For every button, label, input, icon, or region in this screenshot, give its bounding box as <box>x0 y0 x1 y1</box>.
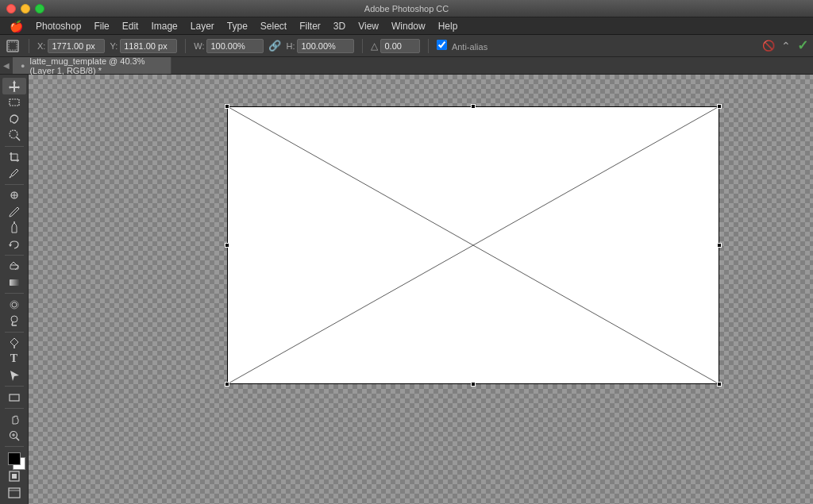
menu-type[interactable]: Type <box>221 19 254 33</box>
handle-middle-right[interactable] <box>717 243 722 248</box>
y-label: Y: <box>110 41 118 51</box>
minimize-button[interactable] <box>21 4 30 13</box>
eyedropper-tool[interactable] <box>2 165 26 182</box>
w-input[interactable] <box>206 39 264 53</box>
y-field: Y: <box>110 39 177 53</box>
zoom-tool[interactable] <box>2 427 26 444</box>
svg-rect-1 <box>9 42 17 50</box>
svg-marker-24 <box>10 371 19 381</box>
svg-rect-32 <box>9 488 20 498</box>
type-tool[interactable]: T <box>2 351 26 367</box>
tool-separator-3 <box>5 255 24 256</box>
screen-mode-btn[interactable] <box>2 484 26 501</box>
foreground-color-swatch[interactable] <box>8 452 21 465</box>
path-selection-tool[interactable] <box>2 367 26 384</box>
history-brush-tool[interactable] <box>2 237 26 253</box>
svg-marker-15 <box>9 244 12 247</box>
handle-top-right[interactable] <box>717 104 722 109</box>
x-field: X: <box>37 39 105 53</box>
tool-separator-5 <box>5 332 24 333</box>
document-white <box>227 106 719 384</box>
quick-select-tool[interactable] <box>2 127 26 144</box>
window-controls[interactable] <box>6 4 44 13</box>
anti-alias-checkbox[interactable] <box>437 40 447 50</box>
menu-photoshop[interactable]: Photoshop <box>29 19 87 33</box>
tool-separator-2 <box>5 184 24 185</box>
handle-top-center[interactable] <box>471 104 476 109</box>
apple-menu[interactable]: 🍎 <box>3 18 29 34</box>
menu-filter[interactable]: Filter <box>293 19 327 33</box>
menu-edit[interactable]: Edit <box>116 19 145 33</box>
angle-icon: △ <box>371 40 378 52</box>
link-wh-icon[interactable]: 🔗 <box>268 40 281 52</box>
transform-options-icon[interactable] <box>5 38 21 54</box>
x-label: X: <box>37 41 45 51</box>
options-bar: X: Y: W: 🔗 H: △ Anti-alias 🚫 ⌃ ✓ <box>0 35 813 57</box>
angle-input[interactable] <box>380 39 420 53</box>
tab-close-area: ◀ <box>0 57 13 74</box>
handle-top-left[interactable] <box>225 104 229 109</box>
menu-3d[interactable]: 3D <box>327 19 352 33</box>
menu-image[interactable]: Image <box>144 19 183 33</box>
menu-select[interactable]: Select <box>254 19 293 33</box>
clone-stamp-tool[interactable] <box>2 220 26 237</box>
tool-separator-7 <box>5 408 24 409</box>
tool-separator-8 <box>5 446 24 447</box>
tool-separator-4 <box>5 293 24 294</box>
healing-brush-tool[interactable] <box>2 187 26 204</box>
brush-tool[interactable] <box>2 203 26 220</box>
maximize-button[interactable] <box>35 4 44 13</box>
menu-help[interactable]: Help <box>432 19 464 33</box>
angle-field: △ <box>371 39 420 53</box>
tab-document[interactable]: ● latte_mug_template @ 40.3% (Layer 1, R… <box>13 57 171 74</box>
options-right: 🚫 ⌃ ✓ <box>762 37 808 54</box>
gradient-tool[interactable] <box>2 275 26 291</box>
close-button[interactable] <box>6 4 16 13</box>
menu-window[interactable]: Window <box>385 19 432 33</box>
menu-bar: 🍎 Photoshop File Edit Image Layer Type S… <box>0 17 813 35</box>
confirm-icon[interactable]: ✓ <box>797 37 808 54</box>
marquee-tool[interactable] <box>2 94 26 111</box>
tab-title: latte_mug_template @ 40.3% (Layer 1, RGB… <box>29 56 163 75</box>
handle-bottom-center[interactable] <box>471 382 476 387</box>
svg-point-20 <box>11 316 17 322</box>
y-input[interactable] <box>120 39 177 53</box>
svg-point-19 <box>12 302 17 307</box>
shape-tool[interactable] <box>2 389 26 406</box>
tool-separator-6 <box>5 386 24 387</box>
h-input[interactable] <box>297 39 354 53</box>
dodge-tool[interactable] <box>2 313 26 329</box>
standard-mode-btn[interactable] <box>2 468 26 485</box>
color-swatch[interactable] <box>2 449 26 468</box>
crop-tool[interactable] <box>2 148 26 165</box>
canvas-area[interactable] <box>29 75 813 504</box>
no-icon[interactable]: 🚫 <box>762 40 775 52</box>
window-title: Adobe Photoshop CC <box>364 4 449 13</box>
tab-arrow-left[interactable]: ◀ <box>3 61 10 70</box>
hand-tool[interactable] <box>2 411 26 428</box>
menu-layer[interactable]: Layer <box>184 19 221 33</box>
svg-line-27 <box>16 437 19 441</box>
handle-bottom-left[interactable] <box>225 382 229 387</box>
tab-modified-dot: ● <box>21 62 25 70</box>
svg-rect-31 <box>12 474 17 479</box>
warp-icon[interactable]: ⌃ <box>781 40 791 52</box>
svg-point-4 <box>10 130 17 138</box>
eraser-tool[interactable] <box>2 258 26 275</box>
pen-tool[interactable] <box>2 334 26 351</box>
title-bar: Adobe Photoshop CC <box>0 0 813 17</box>
lasso-tool[interactable] <box>2 110 26 127</box>
tool-separator-1 <box>5 146 24 147</box>
workspace: T <box>0 75 813 504</box>
menu-file[interactable]: File <box>87 19 115 33</box>
blur-tool[interactable] <box>2 296 26 313</box>
svg-rect-3 <box>10 99 19 106</box>
handle-bottom-right[interactable] <box>717 382 722 387</box>
menu-view[interactable]: View <box>352 19 385 33</box>
h-field: H: <box>286 39 354 53</box>
move-tool[interactable] <box>2 78 26 94</box>
handle-middle-left[interactable] <box>225 243 229 248</box>
h-label: H: <box>286 41 295 51</box>
svg-line-5 <box>17 137 20 140</box>
x-input[interactable] <box>48 39 105 53</box>
